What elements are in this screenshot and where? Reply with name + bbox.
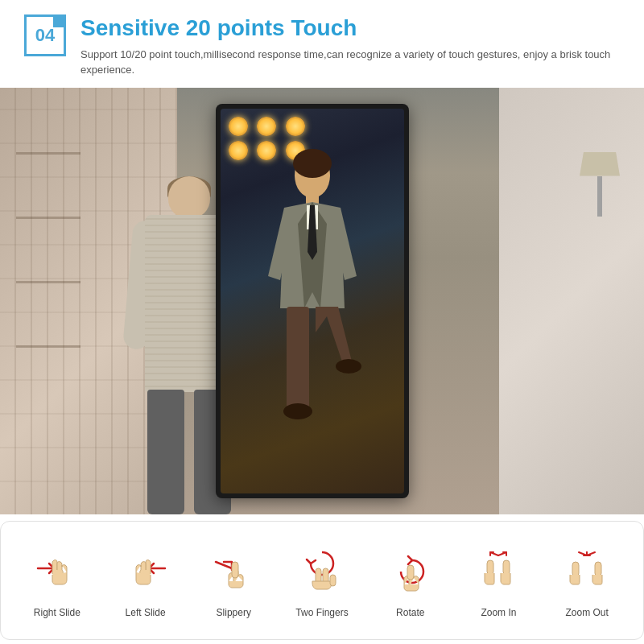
light-bulb-3 bbox=[286, 117, 305, 136]
two-fingers-label: Two Fingers bbox=[295, 607, 348, 618]
two-fingers-icon bbox=[296, 546, 348, 597]
person-pants-left bbox=[147, 390, 184, 514]
svg-rect-18 bbox=[503, 560, 510, 575]
shelf-3 bbox=[16, 281, 80, 283]
svg-rect-14 bbox=[407, 565, 414, 580]
display-screen bbox=[221, 109, 404, 493]
zoom-in-label: Zoom In bbox=[481, 607, 516, 618]
gesture-zoom-out: Zoom Out bbox=[543, 543, 631, 618]
rotate-icon bbox=[385, 546, 436, 597]
left-slide-label: Left Slide bbox=[126, 607, 166, 618]
shelf-4 bbox=[16, 345, 80, 348]
zoom-out-icon-area bbox=[558, 543, 616, 601]
left-slide-icon bbox=[120, 546, 171, 597]
zoom-in-icon-area bbox=[469, 543, 527, 601]
svg-rect-22 bbox=[595, 562, 601, 576]
svg-rect-17 bbox=[487, 560, 493, 575]
step-number: 04 bbox=[35, 25, 55, 46]
two-fingers-icon-area bbox=[293, 543, 351, 601]
light-bulb-1 bbox=[229, 117, 248, 136]
rotate-icon-area bbox=[382, 543, 440, 601]
gesture-two-fingers: Two Fingers bbox=[278, 543, 366, 618]
fashion-model bbox=[240, 147, 385, 493]
main-image-section bbox=[0, 88, 644, 514]
slippery-icon-area bbox=[204, 543, 262, 601]
gesture-rotate: Rotate bbox=[366, 543, 455, 618]
left-slide-icon-area bbox=[117, 543, 175, 601]
gesture-right-slide: Right Slide bbox=[13, 543, 101, 618]
lamp-shade bbox=[580, 152, 620, 176]
svg-point-5 bbox=[283, 403, 312, 419]
gesture-left-slide: Left Slide bbox=[101, 543, 190, 618]
step-badge: 04 bbox=[24, 14, 66, 56]
room-lamp bbox=[580, 152, 620, 217]
header-text: Sensitive 20 points Touch Support 10/20 … bbox=[80, 14, 620, 78]
display-frame bbox=[216, 104, 409, 498]
right-slide-icon-area bbox=[28, 543, 86, 601]
svg-rect-10 bbox=[232, 562, 238, 578]
svg-point-6 bbox=[336, 359, 361, 374]
slippery-icon bbox=[208, 546, 259, 597]
right-slide-icon bbox=[31, 546, 83, 597]
svg-rect-4 bbox=[287, 307, 309, 411]
header-section: 04 Sensitive 20 points Touch Support 10/… bbox=[0, 0, 644, 88]
svg-rect-13 bbox=[330, 575, 336, 586]
svg-point-1 bbox=[293, 149, 332, 178]
room-right bbox=[499, 88, 644, 514]
gesture-zoom-in: Zoom In bbox=[455, 543, 543, 618]
zoom-out-label: Zoom Out bbox=[565, 607, 608, 618]
zoom-out-icon bbox=[561, 546, 613, 597]
shelf-1 bbox=[16, 152, 80, 155]
shelf-2 bbox=[16, 217, 80, 219]
svg-rect-21 bbox=[572, 562, 579, 576]
zoom-in-icon bbox=[473, 546, 524, 597]
lamp-pole bbox=[597, 176, 602, 217]
header-title: Sensitive 20 points Touch bbox=[80, 14, 620, 42]
right-slide-label: Right Slide bbox=[34, 607, 80, 618]
person-head bbox=[168, 176, 210, 218]
slippery-label: Slippery bbox=[217, 607, 251, 618]
gesture-slippery: Slippery bbox=[189, 543, 278, 618]
light-bulb-2 bbox=[257, 117, 276, 136]
header-description: Support 10/20 point touch,millisecond re… bbox=[80, 47, 620, 78]
rotate-label: Rotate bbox=[396, 607, 424, 618]
gesture-section: Right Slide Left Slide bbox=[0, 521, 644, 640]
